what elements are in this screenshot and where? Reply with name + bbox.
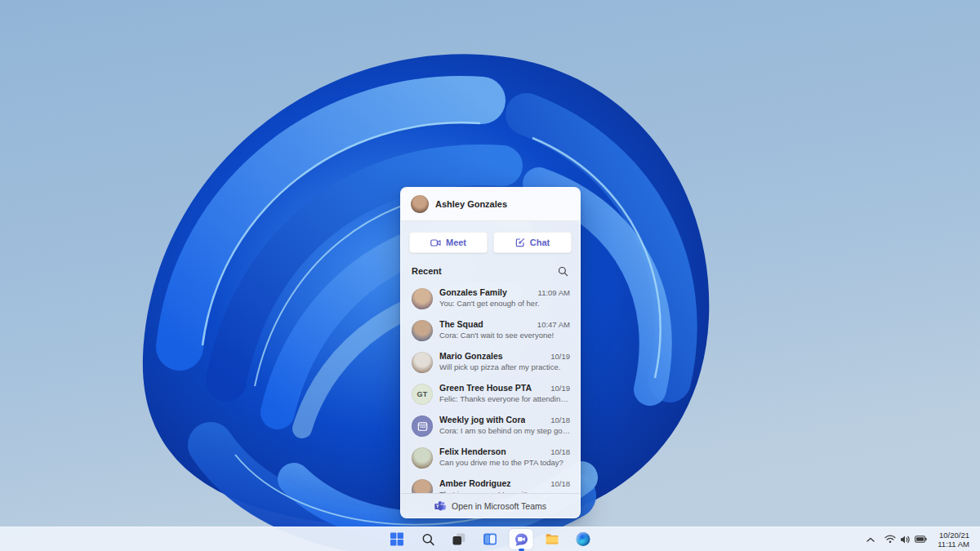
open-in-teams-label: Open in Microsoft Teams <box>452 501 546 511</box>
teams-chat-flyout: Ashley Gonzales Meet Chat Recent <box>400 187 581 518</box>
microsoft-teams-icon <box>434 500 446 511</box>
battery-icon <box>915 535 927 543</box>
tray-date: 10/20/21 <box>939 531 969 540</box>
chat-button-label: Chat <box>530 238 550 247</box>
conversation-avatar <box>412 479 433 493</box>
conversation-row[interactable]: Gonzales Family 11:09 AM You: Can't get … <box>401 282 580 314</box>
windows-logo-icon <box>390 532 404 546</box>
conversation-avatar <box>412 447 433 469</box>
search-button[interactable] <box>416 529 440 549</box>
compose-icon <box>515 238 525 247</box>
desktop: Ashley Gonzales Meet Chat Recent <box>0 0 980 551</box>
conversation-preview: Can you drive me to the PTA today? <box>439 458 570 467</box>
tray-status-button[interactable] <box>881 529 930 549</box>
conversation-avatar: GT <box>412 384 433 405</box>
tray-chevron-button[interactable] <box>863 529 878 549</box>
user-name: Ashley Gonzales <box>435 199 507 209</box>
edge-browser-icon <box>577 532 590 546</box>
meet-button[interactable]: Meet <box>409 232 488 253</box>
user-avatar <box>411 195 429 213</box>
conversation-preview: You: Can't get enough of her. <box>439 299 570 308</box>
conversation-time: 11:09 AM <box>538 288 570 297</box>
conversation-row[interactable]: Weekly jog with Cora 10/18 Cora: I am so… <box>401 410 580 442</box>
conversation-avatar <box>412 288 433 309</box>
open-in-teams[interactable]: Open in Microsoft Teams <box>401 493 580 518</box>
conversation-list: Gonzales Family 11:09 AM You: Can't get … <box>401 281 580 493</box>
conversation-name: The Squad <box>439 319 483 329</box>
chat-button[interactable]: Chat <box>493 232 572 253</box>
volume-icon <box>900 535 911 544</box>
conversation-time: 10/18 <box>550 415 570 424</box>
folder-icon <box>546 533 559 545</box>
search-icon <box>421 533 434 546</box>
conversation-preview: Will pick up pizza after my practice. <box>439 362 570 371</box>
chevron-up-icon <box>866 536 875 543</box>
conversation-time: 10:47 AM <box>537 320 570 329</box>
conversation-avatar <box>412 352 433 373</box>
conversation-row[interactable]: Mario Gonzales 10/19 Will pick up pizza … <box>401 346 580 378</box>
meet-button-label: Meet <box>446 238 466 247</box>
taskbar: 10/20/21 11:11 AM <box>0 527 980 551</box>
conversation-avatar <box>412 320 433 341</box>
chat-taskbar-button[interactable] <box>510 529 533 549</box>
start-button[interactable] <box>385 529 409 549</box>
wifi-icon <box>884 535 896 544</box>
conversation-avatar <box>412 415 433 437</box>
search-icon[interactable] <box>556 264 569 278</box>
quick-actions: Meet Chat <box>401 221 580 258</box>
conversation-name: Mario Gonzales <box>439 351 503 361</box>
conversation-time: 10/19 <box>550 352 570 361</box>
recent-label: Recent <box>412 266 442 276</box>
tray-time: 11:11 AM <box>938 540 969 549</box>
recent-header: Recent <box>401 258 580 281</box>
taskbar-center <box>385 527 595 551</box>
conversation-name: Amber Rodriguez <box>439 478 511 488</box>
video-camera-icon <box>430 238 441 247</box>
conversation-row[interactable]: The Squad 10:47 AM Cora: Can't wait to s… <box>401 314 580 346</box>
calendar-icon <box>417 421 428 432</box>
widgets-icon <box>483 533 497 545</box>
edge-button[interactable] <box>572 529 595 549</box>
conversation-name: Gonzales Family <box>439 287 507 297</box>
conversation-row[interactable]: Felix Henderson 10/18 Can you drive me t… <box>401 442 580 473</box>
conversation-preview: Cora: Can't wait to see everyone! <box>439 331 570 340</box>
conversation-row[interactable]: Amber Rodriguez 10/18 That is awesome! L… <box>401 473 580 493</box>
widgets-button[interactable] <box>479 529 502 549</box>
conversation-time: 10/19 <box>550 384 570 393</box>
conversation-preview: Felic: Thanks everyone for attending tod… <box>439 394 570 403</box>
task-view-button[interactable] <box>448 529 471 549</box>
file-explorer-button[interactable] <box>541 529 564 549</box>
task-view-icon <box>452 532 466 546</box>
conversation-name: Weekly jog with Cora <box>439 415 525 424</box>
conversation-time: 10/18 <box>550 479 570 488</box>
conversation-row[interactable]: GT Green Tree House PTA 10/19 Felic: Tha… <box>401 378 580 410</box>
profile-header[interactable]: Ashley Gonzales <box>401 188 580 221</box>
conversation-time: 10/18 <box>550 447 570 456</box>
conversation-preview: Cora: I am so behind on my step goals. <box>439 426 570 435</box>
conversation-name: Felix Henderson <box>439 447 506 456</box>
system-tray: 10/20/21 11:11 AM <box>863 527 973 551</box>
conversation-name: Green Tree House PTA <box>439 383 532 393</box>
clock[interactable]: 10/20/21 11:11 AM <box>933 529 973 549</box>
teams-chat-icon <box>514 532 528 547</box>
